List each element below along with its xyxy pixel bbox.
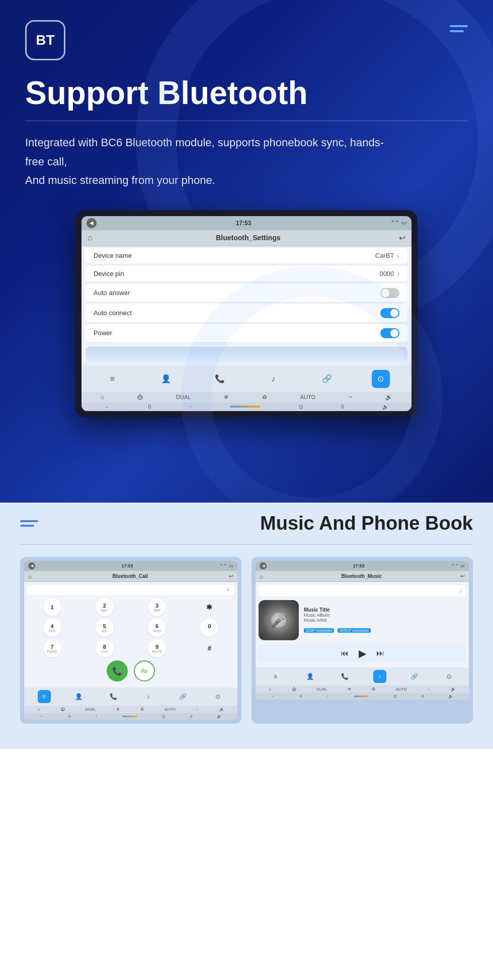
music-back-btn[interactable]: ◀: [260, 562, 267, 569]
music-artist: Music Artist: [304, 618, 466, 623]
call-clear-icon[interactable]: ✕: [226, 587, 230, 593]
music-home-icon[interactable]: ⌂: [260, 573, 263, 579]
call-statusbar: ◀ 17:53 ⌃⌃ ▭: [24, 561, 237, 571]
next-track-btn[interactable]: ⏭: [376, 649, 384, 658]
music-tab-link[interactable]: 🔗: [408, 670, 421, 683]
dual-screens: ◀ 17:53 ⌃⌃ ▭ ⌂ Bluetooth_Call ↩ ✕: [20, 557, 473, 724]
vent-ctrl-icon[interactable]: ↑: [189, 404, 192, 410]
tab-phone-icon[interactable]: 📞: [211, 370, 229, 388]
bottom-title: Music And Phone Book: [260, 513, 473, 534]
call-answer-btn[interactable]: 📞: [107, 660, 128, 681]
call-tab-menu[interactable]: ≡: [38, 690, 51, 703]
tab-contacts-icon[interactable]: 👤: [157, 370, 175, 388]
power-toggle[interactable]: [380, 328, 399, 338]
call-home-icon[interactable]: ⌂: [28, 573, 32, 579]
dial-key-0[interactable]: 0-: [200, 619, 218, 637]
chevron-right-icon: ›: [397, 270, 399, 278]
tab-menu-icon[interactable]: ≡: [103, 370, 121, 388]
music-tab-settings[interactable]: ⊙: [443, 670, 456, 683]
dial-key-hash[interactable]: #: [200, 639, 218, 657]
call-battery-icon: ▭: [229, 563, 233, 568]
snow-ctrl-icon[interactable]: ❄: [224, 394, 228, 401]
music-bottom-tabs: ≡ 👤 📞 ♪ 🔗 ⊙: [256, 667, 469, 685]
auto-answer-toggle[interactable]: [380, 288, 399, 298]
back-ctrl-icon[interactable]: ←: [105, 404, 110, 410]
menu-icon[interactable]: [450, 20, 468, 32]
device-pin-row: Device pin 0000 ›: [86, 266, 407, 282]
music-tab-menu[interactable]: ≡: [269, 670, 282, 683]
dialpad: 1 2ABC 3DEF ✱ 4GHI: [27, 598, 234, 657]
vol-down-icon[interactable]: 🔉: [382, 404, 388, 410]
dial-key-1[interactable]: 1: [43, 598, 61, 616]
screen-back-btn[interactable]: ◀: [87, 218, 97, 228]
call-back-btn[interactable]: ◀: [28, 562, 35, 569]
bottom-menu-icon[interactable]: [20, 520, 38, 527]
call-nav-back-icon[interactable]: ↩: [229, 573, 233, 579]
volume-ctrl-icon[interactable]: 🔊: [385, 394, 392, 401]
music-player-area: 🎤 Music Title Music Album Music Artist A…: [259, 600, 466, 640]
music-tab-contacts[interactable]: 👤: [304, 670, 317, 683]
hero-title: Support Bluetooth: [25, 75, 468, 111]
screen-statusbar: ◀ 17:53 ⌃⌃ ▭: [81, 216, 412, 230]
music-nav-back-icon[interactable]: ↩: [460, 573, 465, 579]
music-info: Music Title Music Album Music Artist A2D…: [304, 607, 466, 634]
dial-key-2[interactable]: 2ABC: [96, 598, 114, 616]
power-row: Power: [86, 324, 407, 343]
auto-connect-toggle[interactable]: [380, 308, 399, 318]
music-content: ♪ 🎤 Music Title Music Album Music Artist…: [256, 582, 469, 667]
music-title: Music Title: [304, 607, 466, 613]
call-bottom-tabs: ≡ 👤 📞 ♪ 🔗 ⊙: [24, 688, 237, 706]
dial-key-9[interactable]: 9WXYZ: [148, 639, 166, 657]
dial-key-8[interactable]: 8TUV: [96, 639, 114, 657]
prev-track-btn[interactable]: ⏮: [341, 649, 349, 658]
tab-music-icon[interactable]: ♪: [264, 370, 282, 388]
home-ctrl-icon[interactable]: ⌂: [101, 394, 104, 400]
bottom-section: Music And Phone Book ◀ 17:53 ⌃⌃ ▭ ⌂ Blue…: [0, 493, 493, 749]
call-tab-settings[interactable]: ⊙: [211, 690, 224, 703]
bt-logo: BT: [25, 20, 65, 60]
call-tab-phone[interactable]: 📞: [107, 690, 120, 703]
call-tab-music[interactable]: ♪: [142, 690, 155, 703]
music-screen-inner: ◀ 17:53 ⌃⌃ ▭ ⌂ Bluetooth_Music ↩ ♪: [256, 561, 469, 700]
call-signal-icon: ⌃⌃: [219, 563, 227, 568]
dial-key-7[interactable]: 7PQRS: [43, 639, 61, 657]
power-ctrl-icon[interactable]: ⏻: [137, 394, 143, 400]
music-note-icon: ♪: [459, 587, 462, 594]
call-car-bar2: ←0↑ ⊡0🔉: [24, 713, 237, 720]
tab-link-icon[interactable]: 🔗: [318, 370, 336, 388]
car-unit: ◀ 17:53 ⌃⌃ ▭ ⌂ Bluetooth_Settings ↩: [75, 210, 418, 417]
dial-key-5[interactable]: 5JKL: [96, 619, 114, 637]
home-icon[interactable]: ⌂: [88, 233, 93, 242]
album-art: 🎤: [259, 600, 299, 640]
music-badges: A2DP connected AVRCP connected: [304, 625, 466, 634]
wind-ctrl-icon[interactable]: ~: [349, 394, 352, 400]
dial-key-6[interactable]: 6MNO: [148, 619, 166, 637]
hero-header: BT: [25, 20, 468, 60]
car-controls-bar: ⌂ ⏻ DUAL ❄ ♻ AUTO ~ 🔊: [81, 392, 412, 403]
call-navbar: ⌂ Bluetooth_Call ↩: [24, 571, 237, 582]
music-tab-music[interactable]: ♪: [373, 670, 386, 683]
call-actions: 📞 Re: [27, 660, 234, 681]
dual-ctrl-label: DUAL: [176, 394, 191, 400]
call-tab-contacts[interactable]: 👤: [72, 690, 86, 703]
bluetooth-settings-screen: ◀ 17:53 ⌃⌃ ▭ ⌂ Bluetooth_Settings ↩: [81, 216, 412, 411]
call-content: ✕ 1 2ABC 3DEF ✱: [24, 582, 237, 688]
settings-content: Device name CarBT › Device pin 0000 › Au…: [81, 248, 412, 362]
hero-section: BT Support Bluetooth Integrated with BC6…: [0, 0, 493, 503]
call-screen-inner: ◀ 17:53 ⌃⌃ ▭ ⌂ Bluetooth_Call ↩ ✕: [24, 561, 237, 720]
seat-ctrl-icon[interactable]: ⊡: [299, 404, 303, 410]
tab-settings-icon[interactable]: ⊙: [372, 370, 390, 388]
dial-key-3[interactable]: 3DEF: [148, 598, 166, 616]
play-btn[interactable]: ▶: [359, 647, 366, 659]
hero-divider: [25, 121, 468, 121]
call-redial-btn[interactable]: Re: [134, 660, 155, 681]
music-tab-phone[interactable]: 📞: [339, 670, 352, 683]
ac-ctrl-icon[interactable]: ♻: [262, 394, 267, 401]
dial-key-star[interactable]: ✱: [200, 598, 218, 616]
dial-key-4[interactable]: 4GHI: [43, 619, 61, 637]
nav-back-icon[interactable]: ↩: [399, 233, 405, 243]
bottom-header: Music And Phone Book: [20, 513, 473, 534]
call-tab-link[interactable]: 🔗: [177, 690, 190, 703]
screen-navbar: ⌂ Bluetooth_Settings ↩: [81, 230, 412, 246]
music-status-icons: ⌃⌃ ▭: [451, 563, 465, 568]
